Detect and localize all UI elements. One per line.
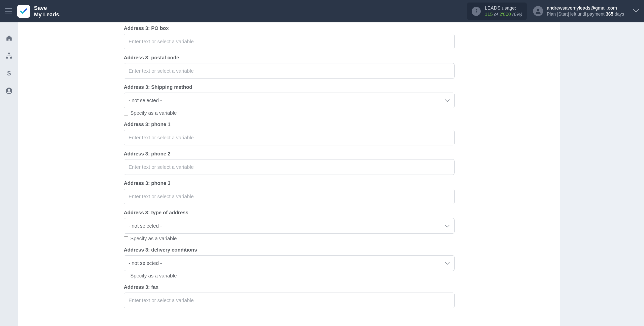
- svg-rect-3: [10, 57, 12, 59]
- label-phone2: Address 3: phone 2: [124, 151, 455, 157]
- header-right: i LEADS usage: 115 of 2'000 (6%) andrews: [467, 3, 639, 20]
- info-icon: i: [472, 7, 481, 16]
- check-icon: [19, 7, 28, 16]
- label-phone1: Address 3: phone 1: [124, 121, 455, 127]
- usage-pct: (6%): [512, 12, 522, 17]
- app-logo[interactable]: [17, 5, 30, 18]
- main-layout: $ Address 3: PO box Address 3: postal co…: [0, 22, 644, 326]
- specify-variable-delivery: Specify as a variable: [124, 273, 455, 279]
- dollar-icon: $: [5, 70, 13, 77]
- chevron-down-icon: [633, 9, 639, 13]
- sidebar-item-profile[interactable]: [0, 87, 18, 94]
- label-shipping-method: Address 3: Shipping method: [124, 84, 455, 90]
- svg-text:$: $: [7, 70, 11, 77]
- sidebar-item-home[interactable]: [0, 34, 18, 42]
- app-header: Save My Leads. i LEADS usage: 115 of 2'0…: [0, 0, 644, 22]
- specify-variable-shipping: Specify as a variable: [124, 110, 455, 116]
- plan-line: Plan |Start| left until payment 365 days: [547, 11, 624, 17]
- field-postal-code: Address 3: postal code: [124, 55, 455, 79]
- usage-used: 115: [485, 12, 493, 17]
- svg-rect-2: [6, 57, 8, 59]
- brand-name: Save My Leads.: [34, 5, 61, 18]
- specify-variable-type: Specify as a variable: [124, 236, 455, 241]
- input-postal-code[interactable]: [124, 63, 455, 79]
- user-icon: [535, 8, 541, 14]
- label-delivery-conditions: Address 3: delivery conditions: [124, 247, 455, 253]
- specify-variable-label: Specify as a variable: [130, 236, 177, 241]
- usage-label: LEADS usage:: [485, 5, 522, 11]
- chevron-down-icon: [445, 223, 450, 229]
- input-po-box[interactable]: [124, 34, 455, 49]
- select-type-of-address[interactable]: - not selected -: [124, 218, 455, 234]
- account-widget[interactable]: andrewsavemyleads@gmail.com Plan |Start|…: [533, 5, 624, 17]
- label-fax: Address 3: fax: [124, 284, 455, 290]
- select-delivery-conditions[interactable]: - not selected -: [124, 255, 455, 271]
- select-shipping-method[interactable]: - not selected -: [124, 93, 455, 108]
- label-po-box: Address 3: PO box: [124, 25, 455, 31]
- input-phone2[interactable]: [124, 159, 455, 175]
- account-text: andrewsavemyleads@gmail.com Plan |Start|…: [547, 5, 624, 17]
- svg-rect-1: [8, 53, 10, 54]
- form-panel: Address 3: PO box Address 3: postal code…: [18, 22, 560, 326]
- plan-days: 365: [606, 12, 613, 17]
- chevron-down-icon: [445, 260, 450, 266]
- input-phone3[interactable]: [124, 189, 455, 204]
- field-delivery-conditions: Address 3: delivery conditions - not sel…: [124, 247, 455, 279]
- input-fax[interactable]: [124, 293, 455, 308]
- avatar: [533, 6, 543, 16]
- plan-prefix: Plan |Start| left until payment: [547, 12, 606, 17]
- hamburger-icon[interactable]: [5, 8, 12, 14]
- svg-point-0: [537, 9, 540, 11]
- specify-variable-label: Specify as a variable: [130, 110, 177, 116]
- user-circle-icon: [5, 87, 13, 94]
- usage-total: 2'000: [499, 12, 511, 17]
- label-type-of-address: Address 3: type of address: [124, 210, 455, 216]
- field-shipping-method: Address 3: Shipping method - not selecte…: [124, 84, 455, 116]
- checkbox-specify-variable-delivery[interactable]: [124, 274, 128, 278]
- plan-days-suffix: days: [613, 12, 624, 17]
- label-postal-code: Address 3: postal code: [124, 55, 455, 61]
- sidebar: $: [0, 22, 18, 326]
- field-phone1: Address 3: phone 1: [124, 121, 455, 145]
- home-icon: [5, 34, 13, 42]
- label-phone3: Address 3: phone 3: [124, 180, 455, 186]
- field-phone3: Address 3: phone 3: [124, 180, 455, 204]
- field-type-of-address: Address 3: type of address - not selecte…: [124, 210, 455, 241]
- sidebar-item-billing[interactable]: $: [0, 70, 18, 77]
- sitemap-icon: [5, 52, 13, 59]
- field-fax: Address 3: fax: [124, 284, 455, 308]
- brand-line2: My Leads.: [34, 11, 61, 18]
- field-po-box: Address 3: PO box: [124, 25, 455, 49]
- usage-text: LEADS usage: 115 of 2'000 (6%): [485, 5, 522, 17]
- select-shipping-method-value: - not selected -: [129, 98, 162, 103]
- account-email: andrewsavemyleads@gmail.com: [547, 5, 624, 11]
- sidebar-item-connections[interactable]: [0, 52, 18, 59]
- field-phone2: Address 3: phone 2: [124, 151, 455, 175]
- checkbox-specify-variable-shipping[interactable]: [124, 111, 128, 115]
- svg-point-6: [8, 89, 10, 91]
- content-scroll[interactable]: Address 3: PO box Address 3: postal code…: [18, 22, 644, 326]
- usage-of: of: [494, 12, 498, 17]
- chevron-down-icon: [445, 98, 450, 103]
- account-menu-caret[interactable]: [633, 9, 639, 14]
- specify-variable-label: Specify as a variable: [130, 273, 177, 279]
- usage-widget[interactable]: i LEADS usage: 115 of 2'000 (6%): [467, 3, 527, 20]
- brand-line1: Save: [34, 5, 61, 11]
- checkbox-specify-variable-type[interactable]: [124, 236, 128, 241]
- select-delivery-conditions-value: - not selected -: [129, 260, 162, 266]
- input-phone1[interactable]: [124, 130, 455, 145]
- select-type-of-address-value: - not selected -: [129, 223, 162, 229]
